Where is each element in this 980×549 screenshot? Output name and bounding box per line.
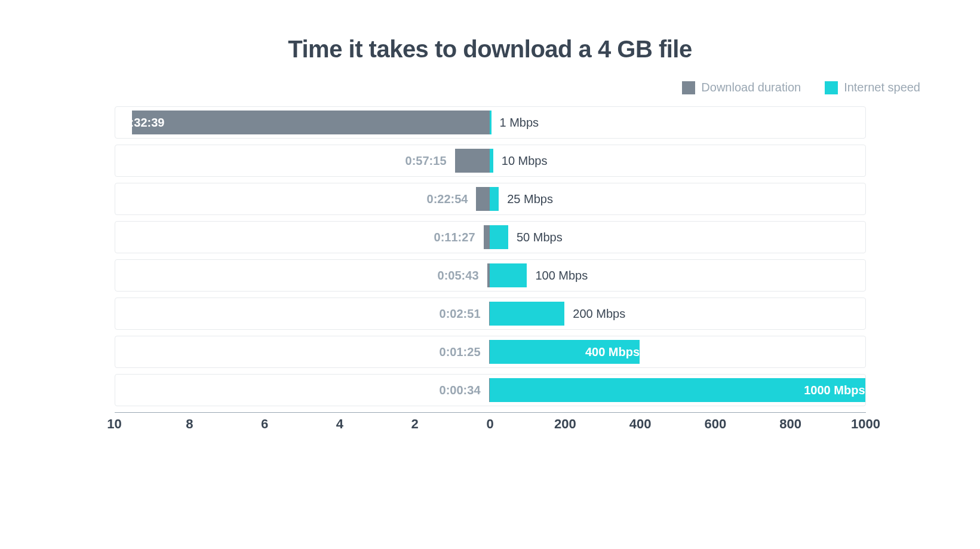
label-duration: 0:57:15 (405, 145, 455, 176)
label-duration: 0:05:43 (438, 260, 487, 291)
label-duration: 0:00:34 (440, 375, 489, 406)
label-speed: 1 Mbps (491, 107, 539, 138)
bar-duration (476, 187, 490, 211)
label-speed: 25 Mbps (499, 183, 553, 214)
legend-swatch-duration (682, 81, 695, 94)
legend-swatch-speed (825, 81, 838, 94)
chart-container: Time it takes to download a 4 GB file Do… (0, 0, 980, 549)
legend-label-duration: Download duration (701, 81, 801, 94)
label-duration: 0:01:25 (440, 336, 489, 367)
axis-tick: 0 (486, 416, 493, 432)
chart-row: 0:01:25400 Mbps (115, 336, 866, 368)
label-speed: 400 Mbps (490, 336, 649, 367)
x-axis: 10864202004006008001000 (115, 412, 866, 437)
axis-tick: 200 (554, 416, 576, 432)
chart-row: 0:57:1510 Mbps (115, 145, 866, 177)
plot-area: 9:32:391 Mbps0:57:1510 Mbps0:22:5425 Mbp… (115, 106, 866, 406)
axis-tick: 8 (186, 416, 193, 432)
bar-speed (490, 225, 508, 249)
legend-item-duration: Download duration (682, 81, 801, 94)
label-speed: 10 Mbps (493, 145, 548, 176)
axis-tick: 1000 (851, 416, 880, 432)
label-duration: 0:22:54 (427, 183, 477, 214)
label-duration: 9:32:39 (115, 107, 482, 138)
axis-tick: 2 (411, 416, 419, 432)
chart-row: 0:00:341000 Mbps (115, 374, 866, 406)
axis-tick: 600 (705, 416, 727, 432)
bar-duration (455, 149, 491, 173)
label-duration: 0:11:27 (434, 222, 484, 253)
axis-tick: 6 (261, 416, 268, 432)
label-speed: 100 Mbps (527, 260, 588, 291)
chart-row: 0:05:43100 Mbps (115, 259, 866, 292)
chart-row: 0:22:5425 Mbps (115, 183, 866, 215)
label-speed: 200 Mbps (564, 298, 625, 329)
axis-tick: 4 (336, 416, 343, 432)
label-speed: 50 Mbps (508, 222, 563, 253)
legend: Download duration Internet speed (36, 81, 920, 94)
axis-tick: 800 (779, 416, 801, 432)
axis-tick: 400 (629, 416, 652, 432)
bar-speed (490, 187, 499, 211)
bar-speed (490, 263, 527, 287)
label-speed: 1000 Mbps (490, 375, 874, 406)
legend-item-speed: Internet speed (825, 81, 920, 94)
legend-label-speed: Internet speed (844, 81, 920, 94)
chart-row: 0:02:51200 Mbps (115, 297, 866, 330)
bar-speed (490, 302, 565, 326)
chart-row: 9:32:391 Mbps (115, 106, 866, 139)
chart-row: 0:11:2750 Mbps (115, 221, 866, 253)
label-duration: 0:02:51 (440, 298, 489, 329)
chart-title: Time it takes to download a 4 GB file (36, 36, 944, 63)
axis-tick: 10 (107, 416, 121, 432)
